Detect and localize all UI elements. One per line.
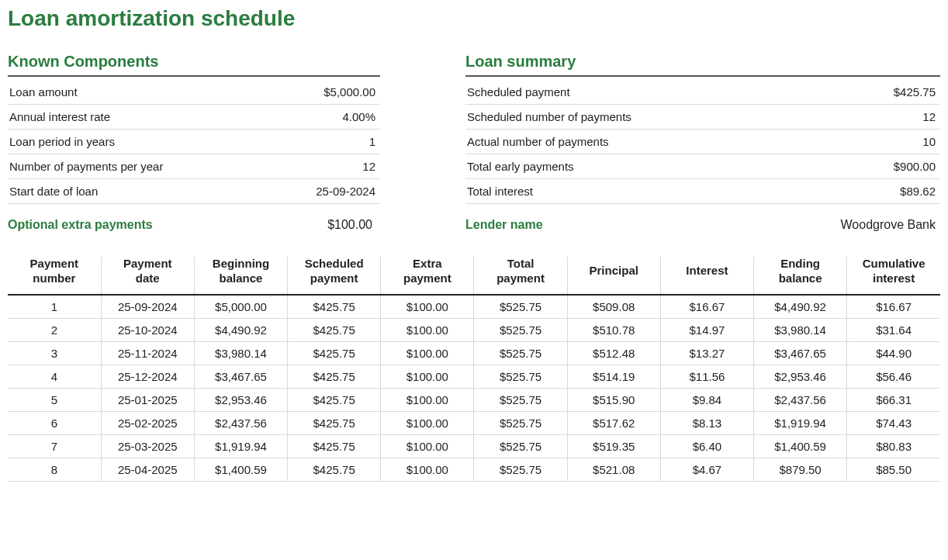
loan-summary-value: $89.62	[644, 179, 940, 204]
schedule-cell: $512.48	[567, 341, 660, 365]
schedule-cell: $517.62	[567, 411, 660, 434]
schedule-cell: $5,000.00	[194, 295, 287, 319]
loan-summary-row: Actual number of payments10	[465, 130, 940, 154]
schedule-cell: 25-02-2025	[101, 411, 194, 434]
lender-name-value: Woodgrove Bank	[543, 218, 940, 232]
schedule-cell: $8.13	[660, 411, 753, 434]
schedule-cell: 8	[8, 458, 101, 481]
schedule-cell: 2	[8, 318, 101, 341]
schedule-row: 725-03-2025$1,919.94$425.75$100.00$525.7…	[8, 434, 940, 458]
schedule-cell: $11.56	[660, 365, 753, 388]
schedule-cell: $425.75	[288, 318, 381, 341]
schedule-cell: $100.00	[381, 411, 474, 434]
schedule-row: 625-02-2025$2,437.56$425.75$100.00$525.7…	[8, 411, 940, 434]
schedule-cell: $80.83	[847, 434, 940, 458]
loan-summary-value: 12	[644, 105, 940, 130]
loan-summary-label: Scheduled number of payments	[465, 105, 644, 130]
schedule-column-header: Paymentnumber	[8, 257, 101, 295]
loan-summary-label: Actual number of payments	[465, 130, 644, 154]
loan-summary-row: Scheduled number of payments12	[465, 105, 940, 130]
schedule-cell: 25-11-2024	[101, 341, 194, 365]
schedule-cell: $4,490.92	[754, 295, 847, 319]
schedule-cell: 3	[8, 341, 101, 365]
schedule-cell: $425.75	[288, 434, 381, 458]
schedule-cell: 25-04-2025	[101, 458, 194, 481]
lender-name-row: Lender name Woodgrove Bank	[465, 218, 940, 232]
known-components-row: Number of payments per year12	[8, 154, 380, 179]
schedule-cell: $514.19	[567, 365, 660, 388]
loan-summary-label: Total early payments	[465, 154, 644, 179]
known-components-panel: Known Components Loan amount$5,000.00Ann…	[8, 53, 380, 232]
page-title: Loan amortization schedule	[8, 6, 940, 31]
loan-summary-value: 10	[644, 130, 940, 154]
known-components-label: Number of payments per year	[8, 154, 279, 179]
schedule-header-row: PaymentnumberPaymentdateBeginningbalance…	[8, 257, 940, 295]
schedule-column-header: Totalpayment	[474, 257, 567, 295]
schedule-column-header: Cumulativeinterest	[847, 257, 940, 295]
schedule-cell: 7	[8, 434, 101, 458]
schedule-cell: $515.90	[567, 388, 660, 411]
schedule-cell: $44.90	[847, 341, 940, 365]
schedule-cell: $1,400.59	[194, 458, 287, 481]
schedule-cell: $3,467.65	[194, 365, 287, 388]
loan-summary-value: $425.75	[644, 80, 940, 105]
known-components-row: Start date of loan25-09-2024	[8, 179, 380, 204]
known-components-value: 1	[279, 130, 380, 154]
schedule-row: 525-01-2025$2,953.46$425.75$100.00$525.7…	[8, 388, 940, 411]
known-components-value: 4.00%	[279, 105, 380, 130]
optional-extra-payments-value: $100.00	[153, 218, 380, 232]
schedule-cell: $85.50	[847, 458, 940, 481]
schedule-cell: $525.75	[474, 458, 567, 481]
schedule-cell: $425.75	[288, 365, 381, 388]
schedule-cell: $31.64	[847, 318, 940, 341]
schedule-cell: $16.67	[847, 295, 940, 319]
schedule-cell: $14.97	[660, 318, 753, 341]
schedule-cell: $100.00	[381, 458, 474, 481]
loan-summary-row: Scheduled payment$425.75	[465, 80, 940, 105]
schedule-cell: $521.08	[567, 458, 660, 481]
schedule-cell: 1	[8, 295, 101, 319]
schedule-column-header: Scheduledpayment	[288, 257, 381, 295]
schedule-cell: $2,437.56	[194, 411, 287, 434]
schedule-cell: $525.75	[474, 411, 567, 434]
schedule-cell: $2,437.56	[754, 388, 847, 411]
schedule-row: 825-04-2025$1,400.59$425.75$100.00$525.7…	[8, 458, 940, 481]
schedule-row: 325-11-2024$3,980.14$425.75$100.00$525.7…	[8, 341, 940, 365]
schedule-cell: 25-09-2024	[101, 295, 194, 319]
schedule-cell: 6	[8, 411, 101, 434]
schedule-cell: $4,490.92	[194, 318, 287, 341]
schedule-cell: $525.75	[474, 318, 567, 341]
schedule-cell: $425.75	[288, 388, 381, 411]
schedule-cell: $2,953.46	[754, 365, 847, 388]
loan-summary-row: Total early payments$900.00	[465, 154, 940, 179]
schedule-cell: $525.75	[474, 295, 567, 319]
schedule-cell: $510.78	[567, 318, 660, 341]
amortization-schedule-table: PaymentnumberPaymentdateBeginningbalance…	[8, 257, 940, 482]
known-components-label: Annual interest rate	[8, 105, 279, 130]
known-components-row: Annual interest rate4.00%	[8, 105, 380, 130]
schedule-cell: $74.43	[847, 411, 940, 434]
known-components-table: Loan amount$5,000.00Annual interest rate…	[8, 80, 380, 204]
schedule-cell: $16.67	[660, 295, 753, 319]
schedule-cell: $3,980.14	[754, 318, 847, 341]
schedule-cell: 4	[8, 365, 101, 388]
schedule-row: 425-12-2024$3,467.65$425.75$100.00$525.7…	[8, 365, 940, 388]
schedule-cell: $425.75	[288, 458, 381, 481]
schedule-cell: 25-01-2025	[101, 388, 194, 411]
known-components-value: 25-09-2024	[279, 179, 380, 204]
schedule-column-header: Extrapayment	[381, 257, 474, 295]
schedule-cell: $3,467.65	[754, 341, 847, 365]
loan-summary-row: Total interest$89.62	[465, 179, 940, 204]
known-components-label: Loan period in years	[8, 130, 279, 154]
schedule-cell: $100.00	[381, 434, 474, 458]
schedule-cell: $100.00	[381, 318, 474, 341]
schedule-cell: $1,919.94	[194, 434, 287, 458]
optional-extra-payments-label: Optional extra payments	[8, 218, 153, 232]
schedule-cell: $879.50	[754, 458, 847, 481]
schedule-cell: $100.00	[381, 341, 474, 365]
known-components-value: $5,000.00	[279, 80, 380, 105]
schedule-cell: $525.75	[474, 388, 567, 411]
schedule-row: 125-09-2024$5,000.00$425.75$100.00$525.7…	[8, 295, 940, 319]
schedule-cell: $525.75	[474, 365, 567, 388]
schedule-cell: $1,919.94	[754, 411, 847, 434]
